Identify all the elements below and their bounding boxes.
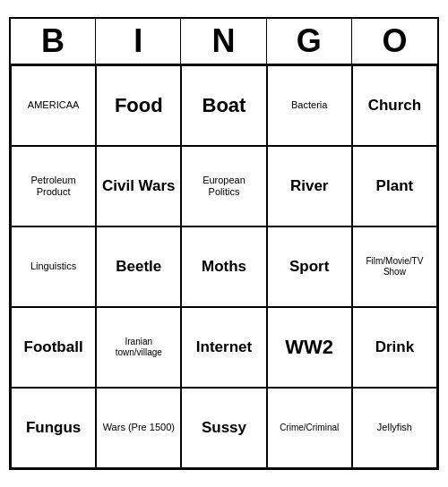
bingo-cell-11: Beetle (96, 226, 181, 307)
bingo-cell-16: Iranian town/village (96, 307, 181, 388)
bingo-cell-1: Food (96, 65, 181, 146)
bingo-cell-8: River (267, 146, 352, 226)
bingo-cell-20: Fungus (11, 388, 96, 468)
bingo-cell-19: Drink (352, 307, 437, 388)
bingo-cell-13: Sport (267, 226, 352, 307)
header-letter-B: B (11, 19, 96, 64)
bingo-cell-17: Internet (181, 307, 266, 388)
header-letter-N: N (181, 19, 266, 64)
bingo-cell-7: European Politics (181, 146, 266, 226)
bingo-header: BINGO (11, 19, 437, 65)
bingo-cell-3: Bacteria (267, 65, 352, 146)
bingo-cell-9: Plant (352, 146, 437, 226)
bingo-cell-10: Linguistics (11, 226, 96, 307)
bingo-cell-6: Civil Wars (96, 146, 181, 226)
bingo-cell-18: WW2 (267, 307, 352, 388)
bingo-cell-12: Moths (181, 226, 266, 307)
bingo-cell-23: Crime/Criminal (267, 388, 352, 468)
bingo-cell-0: AMERICAA (11, 65, 96, 146)
bingo-cell-5: Petroleum Product (11, 146, 96, 226)
header-letter-I: I (96, 19, 181, 64)
bingo-grid: AMERICAAFoodBoatBacteriaChurchPetroleum … (11, 65, 437, 468)
bingo-cell-15: Football (11, 307, 96, 388)
bingo-cell-14: Film/Movie/TV Show (352, 226, 437, 307)
bingo-cell-21: Wars (Pre 1500) (96, 388, 181, 468)
bingo-cell-4: Church (352, 65, 437, 146)
bingo-cell-22: Sussy (181, 388, 266, 468)
bingo-cell-2: Boat (181, 65, 266, 146)
header-letter-O: O (352, 19, 437, 64)
header-letter-G: G (267, 19, 352, 64)
bingo-cell-24: Jellyfish (352, 388, 437, 468)
bingo-card: BINGO AMERICAAFoodBoatBacteriaChurchPetr… (9, 17, 439, 470)
